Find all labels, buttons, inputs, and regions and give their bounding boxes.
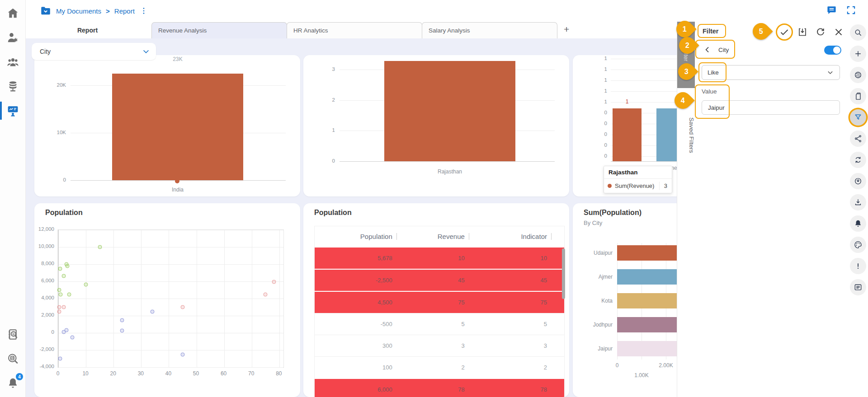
rail-warnings-button[interactable] <box>850 258 866 274</box>
document-menu-icon[interactable] <box>139 6 148 15</box>
scatter-point-green <box>62 274 66 278</box>
rail-download-button[interactable] <box>850 194 866 210</box>
breadcrumb-root-link[interactable]: My Documents <box>56 7 101 15</box>
table-row[interactable]: 4,5007575 <box>315 291 564 313</box>
comments-icon[interactable] <box>826 5 837 15</box>
rail-search-button[interactable] <box>850 24 866 41</box>
table-row[interactable]: 30033 <box>315 335 564 356</box>
rail-memory-button[interactable] <box>850 88 866 104</box>
bar-india[interactable] <box>112 74 243 180</box>
sidebar-item-home[interactable] <box>0 1 25 25</box>
table-scrollbar[interactable] <box>562 248 565 299</box>
filter-panel: Filter City Like Value Jaipur <box>695 22 848 397</box>
table-header-row: PopulationRevenueIndicator <box>315 226 564 247</box>
rail-add-button[interactable] <box>850 46 866 62</box>
sidebar-item-data-sources[interactable] <box>0 74 25 98</box>
download-icon <box>854 198 863 207</box>
rail-publish-button[interactable] <box>850 173 866 189</box>
annotation-box-field <box>695 40 735 59</box>
bar-udaipur[interactable] <box>617 245 677 261</box>
x-axis-tick: 2.00K <box>654 362 677 369</box>
rail-share-button[interactable] <box>850 131 866 147</box>
bar-rajasthan[interactable] <box>384 61 515 161</box>
table-cell: 45 <box>410 277 482 284</box>
breadcrumb-current-link[interactable]: Report <box>114 7 135 15</box>
import-filter-button[interactable] <box>797 27 808 37</box>
tab-hr-analytics[interactable]: HR Analytics <box>287 22 422 38</box>
bar-kota[interactable] <box>617 293 677 308</box>
chart-revenue-by-state[interactable]: 0123Rajasthan <box>303 55 569 196</box>
add-sheet-button[interactable]: + <box>564 24 569 38</box>
sidebar-item-user-groups[interactable] <box>0 50 25 74</box>
chart-population-scatter[interactable]: Population -4,000-2,00002,0004,0006,0008… <box>34 203 300 397</box>
column-header-indicator[interactable]: Indicator <box>482 233 564 240</box>
sidebar-item-reports[interactable] <box>0 98 25 123</box>
chart-revenue-by-country[interactable]: 010K20K23KIndia <box>34 55 300 196</box>
breadcrumb-separator: > <box>106 7 110 15</box>
tooltip-row: Sum(Revenue)3 <box>604 179 672 193</box>
column-header-population[interactable]: Population <box>315 233 410 240</box>
search-icon <box>854 28 863 37</box>
breadcrumb: My Documents > Report <box>25 0 868 22</box>
x-axis-tick: 1.00K <box>630 372 653 378</box>
tooltip-series-marker <box>608 184 612 188</box>
sidebar-item-user-settings[interactable] <box>0 25 25 50</box>
y-axis-label-kota: Kota <box>573 298 613 304</box>
rail-filter-button[interactable] <box>850 109 866 126</box>
rail-sync-button[interactable] <box>850 152 866 168</box>
bar-jaipur[interactable] <box>617 341 677 356</box>
x-axis-tick: 0 <box>611 362 623 369</box>
left-sidebar: 4 <box>0 0 26 397</box>
chart-revenue-by-city[interactable]: 1111100000RajasthanAjmer1 RajasthanSum(R… <box>573 55 677 196</box>
palette-icon <box>854 240 863 249</box>
table-cell: 3 <box>482 342 564 349</box>
sidebar-item-catalog-search[interactable] <box>0 322 25 346</box>
tab-revenue-analysis[interactable]: Revenue Analysis <box>151 22 287 38</box>
table-cell: 2 <box>482 364 564 371</box>
scatter-point-green <box>66 264 70 268</box>
sidebar-item-notifications[interactable]: 4 <box>0 371 25 395</box>
table-row[interactable]: 10022 <box>315 356 564 378</box>
tab-salary-analysis[interactable]: Salary Analysis <box>422 22 557 38</box>
table-row[interactable]: 5,6781010 <box>315 247 564 269</box>
reset-filter-button[interactable] <box>815 27 826 37</box>
table-row[interactable]: -50055 <box>315 313 564 335</box>
table-cell: 4,500 <box>315 299 410 306</box>
x-axis-tick: 30 <box>132 370 150 377</box>
y-axis-tick: 0 <box>45 177 66 182</box>
bar-jodhpur[interactable] <box>617 317 677 332</box>
operator-select[interactable]: Like <box>702 65 840 80</box>
table-cell: 5 <box>482 321 564 327</box>
table-cell: 5,678 <box>315 255 410 262</box>
y-axis-tick: 2,000 <box>34 312 54 318</box>
apply-filter-button[interactable] <box>779 27 790 37</box>
filter-enable-toggle[interactable] <box>824 46 841 55</box>
value-input[interactable]: Jaipur <box>702 100 840 115</box>
table-row[interactable]: -2,5004545 <box>315 269 564 291</box>
y-axis-tick: 8,000 <box>34 261 54 266</box>
y-axis-tick: -2,000 <box>34 346 54 352</box>
city-filter-dropdown[interactable]: City <box>32 43 156 60</box>
column-header-revenue[interactable]: Revenue <box>410 233 482 240</box>
table-row[interactable]: 6,0007878 <box>315 378 564 397</box>
bar-rajasthan[interactable] <box>613 108 642 161</box>
tooltip-title: Rajasthan <box>604 166 672 179</box>
axis-marker-dot <box>175 179 179 183</box>
bell-icon <box>854 219 863 228</box>
rail-ai-button[interactable] <box>850 67 866 83</box>
rail-alerts-button[interactable] <box>850 215 866 232</box>
table-population[interactable]: Population PopulationRevenueIndicator5,6… <box>303 203 569 397</box>
bar-ajmer[interactable] <box>656 108 677 161</box>
close-panel-button[interactable] <box>833 27 844 37</box>
scatter-point-green <box>67 293 71 297</box>
tab-report[interactable]: Report <box>25 27 150 38</box>
filter-field-name: City <box>718 47 729 53</box>
rail-theme-button[interactable] <box>850 237 866 253</box>
bar-ajmer[interactable] <box>617 269 677 285</box>
chart-population-by-city[interactable]: Sum(Population) By City UdaipurAjmerKota… <box>573 203 677 397</box>
rail-notes-button[interactable] <box>850 279 866 295</box>
sidebar-item-data-search[interactable] <box>0 346 25 371</box>
back-chevron-icon[interactable] <box>703 45 712 54</box>
fullscreen-icon[interactable] <box>846 5 856 15</box>
folder-icon[interactable] <box>40 5 52 17</box>
